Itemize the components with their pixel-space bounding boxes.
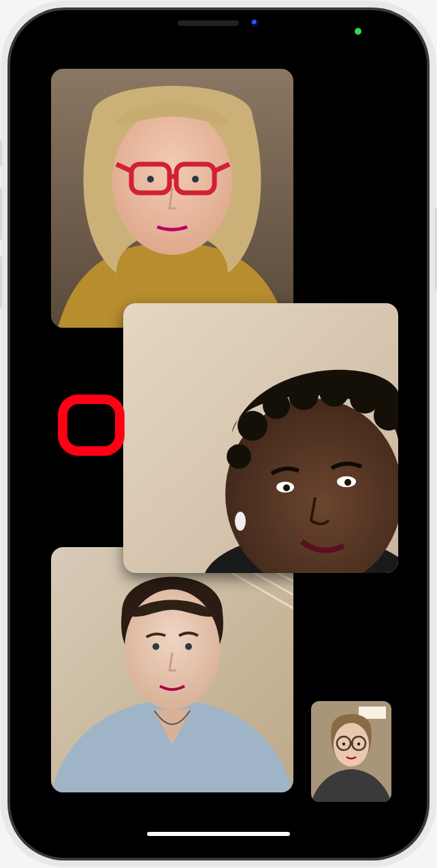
notch <box>123 10 314 36</box>
svg-point-8 <box>238 411 268 441</box>
svg-point-27 <box>185 643 192 650</box>
svg-point-14 <box>227 444 251 469</box>
svg-point-17 <box>283 484 290 491</box>
volume-down-button <box>0 255 2 309</box>
iphone-frame <box>10 10 427 858</box>
participant-tile-2[interactable] <box>123 303 398 573</box>
self-view-tile[interactable] <box>311 701 391 802</box>
svg-point-9 <box>263 392 290 419</box>
camera-in-use-indicator <box>355 28 361 35</box>
participant-tile-1[interactable] <box>51 69 293 328</box>
svg-point-5 <box>192 176 199 183</box>
mute-switch <box>0 140 2 167</box>
svg-point-11 <box>319 377 349 407</box>
svg-point-10 <box>289 380 319 410</box>
front-camera <box>251 19 259 27</box>
home-indicator[interactable] <box>147 832 290 836</box>
svg-point-4 <box>147 176 154 183</box>
participant-tile-3[interactable] <box>51 547 293 792</box>
screen[interactable] <box>22 22 415 846</box>
svg-point-19 <box>235 512 246 531</box>
svg-point-34 <box>357 743 360 745</box>
volume-up-button <box>0 187 2 241</box>
svg-point-26 <box>152 643 159 650</box>
svg-point-18 <box>344 479 351 486</box>
svg-point-33 <box>342 743 345 745</box>
earpiece-speaker <box>178 20 239 26</box>
annotation-highlight-box <box>58 394 125 456</box>
